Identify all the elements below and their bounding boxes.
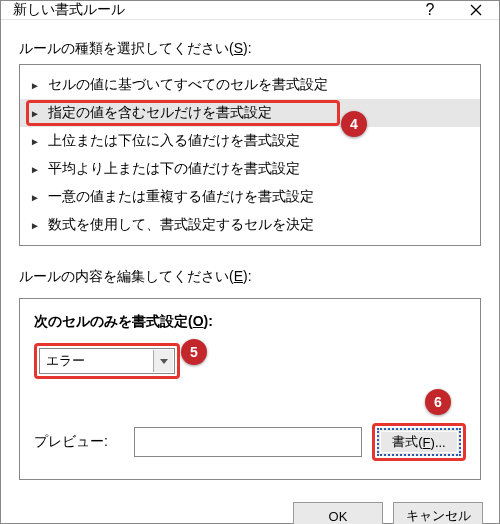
preview-row: プレビュー: 書式(F)... [34,423,466,461]
rule-type-item[interactable]: ►上位または下位に入る値だけを書式設定 [20,127,480,155]
dialog-body: ルールの種類を選択してください(S): ►セルの値に基づいてすべてのセルを書式設… [1,20,499,490]
help-button[interactable]: ? [407,1,453,19]
rule-type-label: ルールの種類を選択してください(S): [19,40,481,58]
rule-type-label: 平均より上または下の値だけを書式設定 [48,160,300,178]
play-icon: ► [30,220,40,231]
close-button[interactable] [453,1,499,19]
rule-content-panel: 次のセルのみを書式設定(O): エラー プレビュー: 書式(F)... [19,298,481,480]
rule-type-item[interactable]: ►数式を使用して、書式設定するセルを決定 [20,211,480,239]
cancel-button[interactable]: キャンセル [393,502,483,524]
preview-box [134,427,362,457]
rule-type-item[interactable]: ►一意の値または重複する値だけを書式設定 [20,183,480,211]
rule-type-label: 一意の値または重複する値だけを書式設定 [48,188,314,206]
svg-marker-2 [160,359,168,364]
highlight-6: 書式(F)... [372,423,466,461]
ok-button[interactable]: OK [293,502,383,524]
dialog-footer: OK キャンセル [1,490,499,524]
combo-value: エラー [46,352,85,370]
condition-combobox[interactable]: エラー [39,348,175,374]
rule-type-item[interactable]: ►セルの値に基づいてすべてのセルを書式設定 [20,71,480,99]
preview-label: プレビュー: [34,433,124,451]
play-icon: ► [30,192,40,203]
rule-type-label: 数式を使用して、書式設定するセルを決定 [48,216,314,234]
titlebar-buttons: ? [407,1,499,19]
rule-type-label: 上位または下位に入る値だけを書式設定 [48,132,300,150]
play-icon: ► [30,108,40,119]
close-icon [470,4,482,16]
play-icon: ► [30,164,40,175]
callout-6: 6 [425,389,451,415]
rule-type-item[interactable]: ►平均より上または下の値だけを書式設定 [20,155,480,183]
callout-5: 5 [181,339,207,365]
rule-type-label: セルの値に基づいてすべてのセルを書式設定 [48,76,328,94]
rule-content-label: ルールの内容を編集してください(E): [19,268,481,286]
chevron-down-icon[interactable] [153,350,173,372]
titlebar: 新しい書式ルール ? [1,1,499,20]
play-icon: ► [30,136,40,147]
play-icon: ► [30,80,40,91]
highlight-5: エラー [34,343,180,379]
rule-type-label: 指定の値を含むセルだけを書式設定 [48,104,272,122]
dialog-window: 新しい書式ルール ? ルールの種類を選択してください(S): ►セルの値に基づい… [0,0,500,524]
callout-4: 4 [341,111,367,137]
window-title: 新しい書式ルール [13,1,407,19]
content-subtitle: 次のセルのみを書式設定(O): [34,313,466,331]
rule-type-item[interactable]: ►指定の値を含むセルだけを書式設定 [20,99,480,127]
rule-type-list: ►セルの値に基づいてすべてのセルを書式設定►指定の値を含むセルだけを書式設定►上… [19,64,481,246]
format-button[interactable]: 書式(F)... [377,428,461,456]
